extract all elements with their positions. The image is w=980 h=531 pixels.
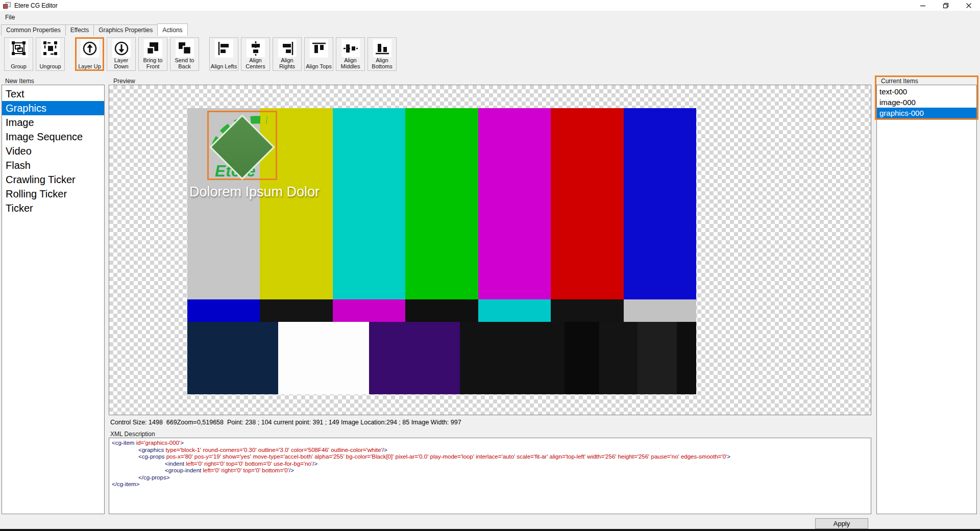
toolbar-group: Layer UpLayer DownBring to FrontSend to …	[75, 37, 199, 71]
color-bar	[551, 299, 623, 322]
new-item-ticker[interactable]: Ticker	[2, 201, 104, 215]
toolbar: GroupUngroupLayer UpLayer DownBring to F…	[4, 37, 397, 71]
align-lefts-button[interactable]: Align Lefts	[209, 37, 238, 71]
window-bottom-border	[0, 529, 980, 531]
new-item-crawling-ticker[interactable]: Crawling Ticker	[2, 172, 104, 187]
restore-icon	[943, 3, 949, 9]
preview-label: Preview	[113, 78, 135, 85]
toolbar-button-label: Align Rights	[274, 57, 301, 69]
close-button[interactable]	[957, 0, 980, 11]
current-items-label: Current Items	[881, 78, 918, 85]
toolbar-button-label: Layer Down	[108, 57, 135, 69]
close-icon	[966, 3, 972, 9]
new-items-list: TextGraphicsImageImage SequenceVideoFlas…	[2, 85, 105, 514]
toolbar-button-label: Ungroup	[39, 63, 61, 69]
new-item-video[interactable]: Video	[2, 144, 104, 158]
app-icon	[3, 2, 11, 9]
align-rights-icon	[278, 39, 297, 57]
toolbar-button-label: Layer Up	[78, 63, 101, 69]
color-bar	[565, 322, 599, 394]
color-bar	[187, 299, 260, 322]
ungroup-icon	[41, 39, 60, 58]
toolbar-button-label: Align Bottoms	[369, 57, 396, 69]
color-bar	[460, 322, 565, 394]
current-item-graphics-000[interactable]: graphics-000	[877, 108, 976, 118]
color-bars-bottom	[187, 322, 696, 394]
color-bar	[478, 299, 551, 322]
window-title: Etere CG Editor	[14, 2, 58, 9]
ungroup-button[interactable]: Ungroup	[36, 37, 65, 71]
toolbar-group: Align LeftsAlign CentersAlign RightsAlig…	[209, 37, 397, 71]
title-bar: Etere CG Editor	[0, 0, 980, 11]
color-bar	[333, 299, 405, 322]
xml-description-box[interactable]: <cg-item id='graphics-000'><graphics typ…	[109, 438, 871, 514]
send-to-back-button[interactable]: Send to Back	[170, 37, 199, 71]
align-bottoms-icon	[373, 39, 391, 57]
group-button[interactable]: Group	[4, 37, 33, 71]
color-bar	[551, 108, 623, 299]
toolbar-button-label: Align Lefts	[211, 63, 237, 69]
toolbar-group: GroupUngroup	[4, 37, 65, 71]
color-bar	[260, 299, 332, 322]
tab-strip: Common PropertiesEffectsGraphics Propert…	[1, 24, 187, 36]
current-items-list: text-000image-000graphics-000	[876, 85, 977, 514]
xml-line: <group-indent left='0' right='0' top='0'…	[165, 467, 868, 474]
color-bar	[478, 108, 551, 299]
toolbar-button-label: Bring to Front	[139, 57, 166, 69]
minimize-icon	[920, 3, 926, 9]
restore-button[interactable]	[934, 0, 957, 11]
bring-to-front-button[interactable]: Bring to Front	[138, 37, 167, 71]
xml-line: <indent left='0' right='0' top='0' botto…	[165, 461, 868, 468]
current-item-text-000[interactable]: text-000	[877, 86, 976, 97]
new-item-graphics[interactable]: Graphics	[2, 101, 104, 115]
new-item-flash[interactable]: Flash	[2, 158, 104, 172]
status-line: Control Size: 1498 669Zoom=0,519658 Poin…	[110, 419, 461, 426]
current-item-image-000[interactable]: image-000	[877, 97, 976, 108]
layer-down-button[interactable]: Layer Down	[107, 37, 136, 71]
align-centers-button[interactable]: Align Centers	[241, 37, 270, 71]
new-item-text[interactable]: Text	[2, 87, 104, 101]
new-item-rolling-ticker[interactable]: Rolling Ticker	[2, 187, 104, 201]
preview-canvas[interactable]: Etere Dolorem Ipsum Dolor	[109, 85, 871, 415]
color-bar	[677, 322, 696, 394]
xml-line: <cg-props pos-x='80' pos-y='19' show='ye…	[138, 453, 868, 461]
menu-file[interactable]: File	[0, 12, 20, 23]
xml-line: </cg-props>	[138, 474, 868, 482]
color-bars-mid	[187, 299, 696, 322]
align-rights-button[interactable]: Align Rights	[273, 37, 302, 71]
minimize-button[interactable]	[911, 0, 934, 11]
align-tops-button[interactable]: Align Tops	[304, 37, 333, 71]
color-bar	[624, 299, 696, 322]
graphics-selection-box[interactable]: Etere	[207, 111, 277, 180]
align-middles-button[interactable]: Align Middles	[336, 37, 365, 71]
layer-up-icon	[81, 39, 99, 58]
toolbar-button-label: Align Tops	[306, 63, 332, 69]
tab-actions[interactable]: Actions	[157, 23, 187, 36]
apply-button[interactable]: Apply	[815, 518, 868, 529]
toolbar-button-label: Align Middles	[337, 57, 364, 69]
color-bar	[599, 322, 638, 394]
align-bottoms-button[interactable]: Align Bottoms	[368, 37, 397, 71]
xml-line: </cg-item>	[112, 481, 868, 488]
menu-bar: File	[0, 12, 980, 23]
tab-graphics-properties[interactable]: Graphics Properties	[93, 24, 158, 36]
test-pattern-image[interactable]: Etere Dolorem Ipsum Dolor	[187, 108, 696, 394]
tab-common-properties[interactable]: Common Properties	[1, 24, 66, 36]
color-bar	[624, 108, 696, 299]
color-bar	[638, 322, 677, 394]
toolbar-button-label: Send to Back	[171, 57, 198, 69]
tab-effects[interactable]: Effects	[65, 24, 94, 36]
xml-line: <cg-item id='graphics-000'>	[112, 440, 868, 447]
new-items-label: New Items	[5, 78, 34, 85]
layer-up-button[interactable]: Layer Up	[75, 37, 104, 71]
align-centers-icon	[247, 39, 265, 57]
color-bar	[187, 322, 278, 394]
align-middles-icon	[341, 39, 360, 57]
xml-description-label: XML Description	[110, 431, 155, 438]
xml-line: <graphics type='block-1' round-corners='…	[138, 447, 868, 454]
preview-overlay-text[interactable]: Dolorem Ipsum Dolor	[189, 184, 320, 200]
color-bar	[369, 322, 460, 394]
new-item-image[interactable]: Image	[2, 115, 104, 130]
new-item-image-sequence[interactable]: Image Sequence	[2, 130, 104, 144]
toolbar-button-label: Align Centers	[242, 57, 269, 69]
